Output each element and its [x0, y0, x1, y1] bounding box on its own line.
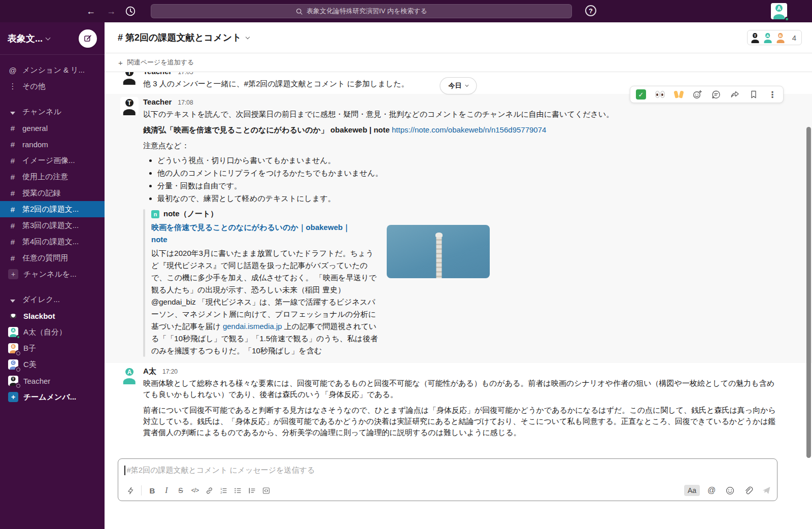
add-bookmark-button[interactable]: 関連ページを追加する: [127, 58, 194, 67]
dm-section-header[interactable]: ダイレク...: [0, 291, 105, 308]
reply-thread-button[interactable]: [710, 89, 722, 100]
reaction-eyes-button[interactable]: [654, 89, 665, 100]
message-input[interactable]: #第2回の課題文献とコメント にメッセージを送信する: [118, 459, 777, 481]
plus-icon: +: [118, 58, 123, 67]
bold-button[interactable]: B: [145, 484, 159, 497]
send-button[interactable]: [760, 484, 773, 497]
message-author[interactable]: A太: [143, 367, 156, 375]
emoji-button[interactable]: [723, 484, 736, 497]
svg-text:1: 1: [220, 487, 222, 490]
sidebar-item-mentions[interactable]: @ メンション & リ...: [0, 62, 105, 78]
chevron-down-icon: [46, 35, 51, 40]
user-avatar[interactable]: A: [771, 3, 787, 19]
channel-label: 第3回の課題文...: [22, 221, 79, 230]
tower-cap: [435, 233, 443, 237]
link-button[interactable]: [202, 484, 216, 497]
sidebar-dm-teacher[interactable]: T Teacher: [0, 373, 105, 389]
channel-title-button[interactable]: # 第2回の課題文献とコメント: [118, 31, 249, 44]
main-pane: # 第2回の課題文献とコメント T A B 4 + 関連ページを追加する 今日 …: [105, 22, 812, 529]
date-divider-pill[interactable]: 今日: [440, 77, 477, 94]
message-author[interactable]: Teacher: [143, 72, 172, 76]
history-forward-button[interactable]: →: [105, 5, 118, 17]
hash-icon: #: [8, 124, 17, 133]
help-icon[interactable]: ?: [585, 5, 596, 16]
strikethrough-button[interactable]: S: [174, 484, 188, 497]
share-message-button[interactable]: [729, 89, 740, 100]
message-paragraph: 映画体験として総称される様々な要素には、回復可能であるものと回復不可能な（可能性…: [143, 378, 782, 400]
notes-label: 注意点など：: [143, 140, 782, 151]
sidebar-dm-slackbot[interactable]: Slackbot: [0, 308, 105, 324]
message-author[interactable]: Teacher: [143, 97, 172, 106]
workspace-name[interactable]: 表象文...: [8, 32, 43, 45]
message-hover-toolbar: ✓ ⋮: [630, 86, 784, 103]
new-message-button[interactable]: [79, 29, 97, 48]
member-avatar: B: [775, 32, 786, 43]
teacher-avatar[interactable]: T: [120, 72, 139, 85]
history-back-button[interactable]: ←: [84, 5, 97, 17]
teacher-avatar[interactable]: T: [120, 97, 139, 115]
attachment-button[interactable]: [741, 484, 755, 497]
add-channel-button[interactable]: + チャンネルを...: [0, 266, 105, 282]
reaction-check-button[interactable]: ✓: [635, 89, 647, 100]
sidebar-channel-images[interactable]: #イメージ画像...: [0, 152, 105, 169]
scrollbar-thumb[interactable]: [806, 127, 811, 458]
sidebar-item-more[interactable]: ⋮ その他: [0, 78, 105, 94]
sidebar-channel-questions[interactable]: #任意の質問用: [0, 250, 105, 266]
preview-source: n note（ノート）: [151, 209, 381, 219]
code-block-button[interactable]: [259, 484, 273, 497]
add-reaction-button[interactable]: [692, 89, 703, 100]
message-timestamp[interactable]: 17:08: [178, 99, 193, 106]
hash-icon: #: [8, 140, 17, 149]
dm-label: Teacher: [23, 377, 50, 385]
sidebar-channel-session2-active[interactable]: #第2回の課題文...: [0, 201, 105, 217]
member-count-button[interactable]: T A B 4: [747, 30, 802, 45]
sidebar-dm-cmi[interactable]: C C美: [0, 356, 105, 373]
bullet-item: 最初なので、練習として軽めのテキストにします。: [157, 193, 782, 204]
gendai-link[interactable]: gendai.ismedia.jp: [223, 322, 282, 330]
history-clock-icon[interactable]: [125, 6, 136, 17]
blockquote-button[interactable]: [245, 484, 259, 497]
italic-button[interactable]: I: [159, 484, 174, 497]
reaction-hands-button[interactable]: [673, 89, 684, 100]
check-emoji-icon: ✓: [636, 89, 646, 100]
bookmarks-bar: + 関連ページを追加する: [105, 53, 812, 72]
preview-thumbnail-image[interactable]: [387, 225, 490, 278]
add-teammates-button[interactable]: + チームメンバ...: [0, 389, 105, 405]
bullet-item: 他の人のコメントにリプライをつけるかたちでもかまいません。: [157, 168, 782, 179]
message-timestamp[interactable]: 17:05: [178, 72, 193, 76]
sidebar-channel-random[interactable]: #random: [0, 136, 105, 152]
bullet-item: どういう視点・切り口から書いてもかまいません。: [157, 155, 782, 166]
more-actions-button[interactable]: ⋮: [767, 89, 778, 100]
date-label: 今日: [449, 81, 462, 90]
channels-section-header[interactable]: チャンネル: [0, 104, 105, 120]
message-timestamp[interactable]: 17:20: [162, 368, 178, 375]
ordered-list-button[interactable]: 12: [216, 484, 230, 497]
note-url-link[interactable]: https://note.com/obakeweb/n/n156d9577907…: [392, 125, 546, 134]
hash-icon: #: [8, 254, 17, 262]
formatting-toggle-button[interactable]: Aa: [684, 485, 700, 496]
sidebar-channel-session3[interactable]: #第3回の課題文...: [0, 217, 105, 234]
shortcuts-bolt-button[interactable]: [123, 484, 138, 497]
channel-label: 第4回の課題文...: [22, 237, 79, 247]
sidebar-channel-class-records[interactable]: #授業の記録: [0, 185, 105, 201]
comment-message-row: A A太 17:20 映画体験として総称される様々な要素には、回復可能であるもの…: [105, 363, 812, 442]
code-button[interactable]: </>: [188, 484, 202, 497]
sidebar-dm-self[interactable]: A A太（自分）: [0, 324, 105, 340]
presence-online-dot: [16, 335, 20, 339]
mention-button[interactable]: @: [705, 484, 718, 497]
add-teammates-label: チームメンバ...: [23, 392, 76, 402]
sidebar-channel-session4[interactable]: #第4回の課題文...: [0, 234, 105, 250]
sidebar-channel-usage-notes[interactable]: #使用上の注意: [0, 169, 105, 185]
presence-offline-dot: [16, 384, 20, 388]
preview-title-link[interactable]: 映画を倍速で見ることのなにがわるいのか｜obakeweb｜note: [151, 221, 354, 246]
self-avatar: A: [8, 327, 18, 337]
ata-avatar[interactable]: A: [120, 366, 139, 384]
cmi-avatar: C: [8, 359, 18, 370]
sidebar-dm-bko[interactable]: B B子: [0, 340, 105, 356]
bulleted-list-button[interactable]: [230, 484, 245, 497]
bookmark-message-button[interactable]: [748, 89, 759, 100]
search-input[interactable]: 表象文化論特殊研究演習IV 内を検索する: [151, 4, 572, 18]
sidebar-channel-general[interactable]: #general: [0, 120, 105, 136]
channel-label: イメージ画像...: [22, 156, 75, 166]
channel-label: 授業の記録: [22, 188, 60, 198]
